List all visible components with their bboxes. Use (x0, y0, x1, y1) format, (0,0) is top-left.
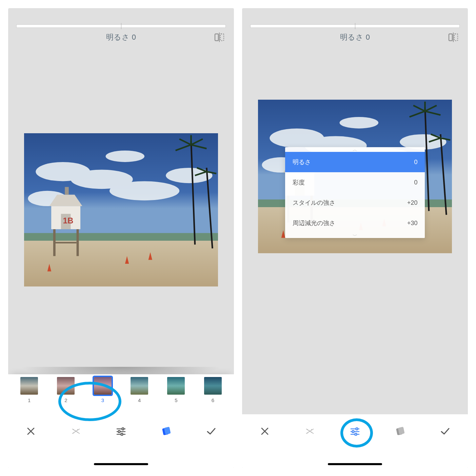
tune-icon (116, 427, 126, 436)
adjust-label: 明るさ (293, 158, 311, 166)
palette-icon (161, 427, 172, 436)
bottom-toolbar (8, 414, 234, 448)
close-icon (260, 427, 270, 436)
svg-point-68 (307, 433, 308, 434)
svg-rect-19 (76, 229, 79, 256)
svg-point-69 (311, 429, 312, 430)
adjust-row-saturation[interactable]: 彩度 0 (285, 172, 425, 193)
preset-6[interactable]: 6 (195, 377, 231, 403)
editor-screen-tune: 明るさ 0 (242, 8, 468, 468)
palette-button[interactable] (157, 424, 176, 439)
svg-point-66 (309, 431, 310, 432)
svg-rect-35 (122, 428, 124, 430)
preset-1[interactable]: 1 (11, 377, 47, 403)
adjust-row-style-strength[interactable]: スタイルの強さ +20 (285, 193, 425, 213)
svg-text:1B: 1B (63, 216, 73, 225)
slider-thumb[interactable] (355, 23, 355, 29)
svg-point-29 (77, 432, 78, 433)
svg-rect-73 (356, 428, 358, 430)
svg-point-31 (77, 429, 78, 430)
shuffle-icon (71, 426, 81, 436)
adjust-label: 彩度 (293, 178, 305, 186)
tune-icon (350, 427, 360, 436)
svg-rect-1 (220, 34, 224, 41)
adjust-label: スタイルの強さ (293, 199, 335, 207)
compare-icon (448, 33, 458, 42)
slider-label: 明るさ 0 (106, 32, 136, 42)
apply-button[interactable] (202, 424, 221, 439)
top-controls: 明るさ 0 (242, 8, 468, 45)
check-icon (206, 427, 216, 435)
svg-point-8 (110, 181, 179, 200)
adjust-label: 周辺減光の強さ (293, 219, 335, 227)
cancel-button[interactable] (255, 424, 274, 439)
tune-button[interactable] (112, 424, 131, 439)
photo-canvas[interactable]: 1B (8, 45, 234, 374)
svg-point-65 (307, 429, 308, 430)
random-button[interactable] (66, 424, 85, 439)
compare-button[interactable] (214, 33, 224, 42)
svg-rect-17 (65, 187, 68, 195)
preset-2[interactable]: 2 (47, 377, 84, 403)
photo-canvas[interactable]: ︿ 明るさ 0 彩度 0 スタイルの強さ +20 周辺減光の強さ +30 ﹀ (242, 45, 468, 414)
photo-preview: 1B (24, 133, 218, 287)
chevron-down-icon: ﹀ (285, 233, 425, 238)
slider-label: 明るさ 0 (340, 32, 370, 42)
close-icon (26, 427, 36, 436)
home-indicator[interactable] (328, 463, 382, 465)
svg-rect-75 (355, 433, 357, 435)
adjust-row-brightness[interactable]: 明るさ 0 (285, 152, 425, 172)
preset-3[interactable]: 3 (84, 377, 121, 403)
adjust-value: +30 (407, 220, 418, 227)
svg-point-9 (166, 167, 212, 183)
svg-rect-74 (352, 431, 354, 433)
svg-rect-36 (118, 431, 120, 433)
home-indicator[interactable] (94, 463, 148, 465)
svg-point-28 (75, 431, 76, 432)
check-icon (440, 427, 450, 435)
svg-point-30 (73, 433, 74, 434)
tune-button[interactable] (345, 424, 364, 439)
adjust-value: 0 (414, 179, 417, 186)
preset-5[interactable]: 5 (158, 377, 194, 403)
svg-rect-0 (215, 34, 218, 41)
svg-rect-41 (454, 34, 458, 41)
palette-button[interactable] (391, 424, 410, 439)
top-controls: 明るさ 0 (8, 8, 234, 45)
svg-rect-40 (449, 34, 452, 41)
svg-point-27 (73, 429, 74, 430)
slider-header: 明るさ 0 (250, 29, 460, 45)
apply-button[interactable] (436, 424, 455, 439)
chevron-up-icon: ︿ (285, 147, 425, 152)
svg-point-67 (311, 432, 312, 433)
editor-screen-presets: 明るさ 0 (8, 8, 234, 468)
preset-strip: 1 2 3 4 5 6 (8, 374, 234, 414)
adjust-value: +20 (407, 199, 418, 206)
svg-point-51 (339, 117, 378, 128)
slider-thumb[interactable] (121, 23, 121, 29)
bottom-toolbar (242, 414, 468, 448)
adjust-row-vignette-strength[interactable]: 周辺減光の強さ +30 (285, 213, 425, 233)
compare-icon (214, 33, 224, 42)
brightness-slider[interactable] (250, 24, 460, 29)
slider-header: 明るさ 0 (16, 29, 226, 45)
shuffle-icon (305, 426, 315, 436)
cancel-button[interactable] (21, 424, 40, 439)
palette-icon (395, 427, 405, 436)
preset-4[interactable]: 4 (121, 377, 158, 403)
svg-rect-37 (121, 433, 123, 435)
svg-point-11 (105, 151, 144, 162)
adjust-value: 0 (414, 159, 417, 166)
brightness-slider[interactable] (16, 24, 226, 29)
adjust-panel[interactable]: ︿ 明るさ 0 彩度 0 スタイルの強さ +20 周辺減光の強さ +30 ﹀ (285, 147, 425, 238)
random-button[interactable] (300, 424, 319, 439)
compare-button[interactable] (448, 33, 458, 42)
